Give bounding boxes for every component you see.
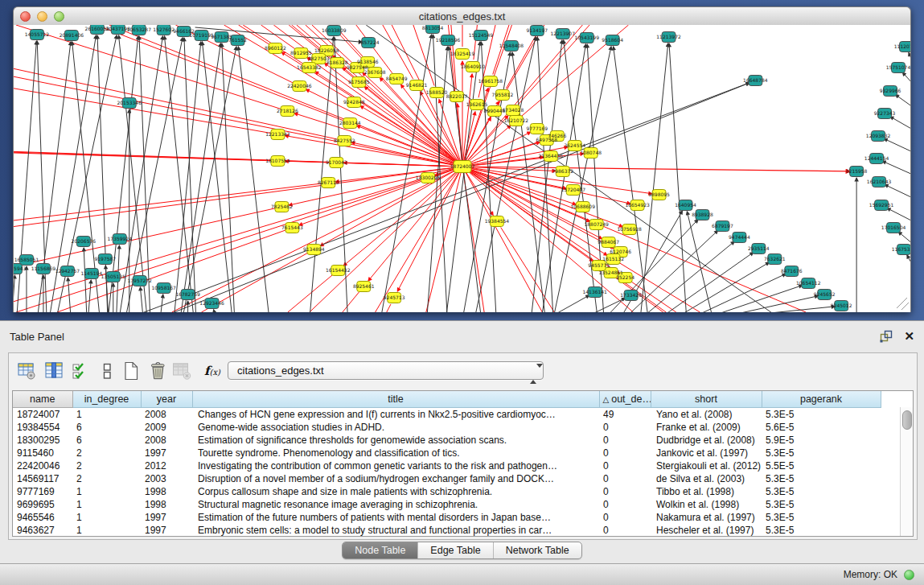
cell-pagerank[interactable]: 5.3E-5 [762,511,881,524]
network-canvas[interactable]: 1405571220891406261600552043719810653287… [13,25,911,312]
select-columns-button[interactable] [70,360,92,382]
close-panel-icon[interactable]: ✕ [904,330,914,343]
citation-network-graph[interactable]: 1405571220891406261600552043719810653287… [14,25,910,312]
cell-short[interactable]: Wolkin et al. (1998) [651,498,762,511]
column-header-year[interactable]: year [141,391,192,407]
table-selector-dropdown[interactable]: citations_edges.txt [228,361,544,380]
cell-title[interactable]: Investigating the contribution of common… [192,459,599,472]
tab-node-table[interactable]: Node Table [343,542,417,558]
column-header-short[interactable]: short [651,391,762,407]
table-row[interactable]: 946554611997Estimation of the future num… [13,511,913,524]
column-header-pagerank[interactable]: pagerank [762,391,881,407]
cell-year[interactable]: 2008 [141,434,192,447]
table-row[interactable]: 977716911998Corpus callosum shape and si… [13,485,913,498]
create-column-button[interactable] [120,360,142,382]
delete-table-button[interactable] [170,360,193,382]
cell-name[interactable]: 9699695 [13,498,72,511]
cell-out_degree[interactable]: 0 [599,524,651,537]
cell-title[interactable]: Genome-wide association studies in ADHD. [192,421,599,434]
cell-in_degree[interactable]: 6 [72,421,141,434]
cell-name[interactable]: 18724007 [13,407,72,421]
cell-year[interactable]: 1997 [141,511,192,524]
cell-short[interactable]: Nakamura et al. (1997) [651,511,762,524]
cell-in_degree[interactable]: 1 [72,485,141,498]
vertical-scrollbar[interactable] [900,407,913,536]
cell-pagerank[interactable]: 5.5E-5 [762,459,881,472]
table-row[interactable]: 1938455462009Genome-wide association stu… [13,421,913,434]
column-header-title[interactable]: title [192,391,599,407]
cell-name[interactable]: 9777169 [13,485,72,498]
cell-title[interactable]: Changes of HCN gene expression and I(f) … [192,407,599,421]
cell-pagerank[interactable]: 5.3E-5 [762,447,881,459]
cell-pagerank[interactable]: 5.3E-5 [762,498,881,511]
cell-name[interactable]: 9465546 [13,511,72,524]
cell-year[interactable]: 1998 [141,485,192,498]
cell-out_degree[interactable]: 0 [599,459,651,472]
delete-column-button[interactable] [146,360,169,382]
cell-short[interactable]: de Silva et al. (2003) [651,472,762,485]
table-row[interactable]: 1830029562008Estimation of significance … [13,434,913,447]
cell-name[interactable]: 9463627 [13,524,72,537]
cell-name[interactable]: 19384554 [13,421,72,434]
cell-out_degree[interactable]: 0 [599,498,651,511]
cell-short[interactable]: Dudbridge et al. (2008) [651,434,762,447]
table-row[interactable]: 1456911722003Disruption of a novel membe… [13,472,913,485]
cell-title[interactable]: Estimation of significance thresholds fo… [192,434,599,447]
column-header-out_degree[interactable]: △out_de… [599,391,651,407]
cell-short[interactable]: Tibbo et al. (1998) [651,485,762,498]
cell-in_degree[interactable]: 2 [72,472,141,485]
table-row[interactable]: 969969511998Structural magnetic resonanc… [13,498,913,511]
cell-year[interactable]: 2008 [141,407,192,421]
cell-pagerank[interactable]: 5.3E-5 [762,485,881,498]
cell-year[interactable]: 2012 [141,459,192,472]
cell-name[interactable]: 14569117 [13,472,72,485]
cell-out_degree[interactable]: 49 [599,407,651,421]
cell-title[interactable]: Structural magnetic resonance image aver… [192,498,599,511]
row-options-button[interactable] [96,360,118,382]
cell-out_degree[interactable]: 0 [599,447,651,459]
cell-name[interactable]: 18300295 [13,434,72,447]
tab-network-table[interactable]: Network Table [493,542,581,558]
cell-out_degree[interactable]: 0 [599,434,651,447]
cell-pagerank[interactable]: 5.9E-5 [762,434,881,447]
cell-year[interactable]: 2009 [141,421,192,434]
cell-short[interactable]: Jankovic et al. (1997) [651,447,762,459]
column-header-name[interactable]: name [13,391,72,407]
column-header-in_degree[interactable]: in_degree [72,391,141,407]
cell-in_degree[interactable]: 2 [72,447,141,459]
cell-title[interactable]: Disruption of a novel member of a sodium… [192,472,599,485]
float-window-icon[interactable] [880,330,893,343]
table-mode-button[interactable] [15,360,38,382]
table-row[interactable]: 946362711997Embryonic stem cells: a mode… [13,524,913,537]
cell-out_degree[interactable]: 0 [599,485,651,498]
show-column-button[interactable] [43,360,65,382]
cell-title[interactable]: Embryonic stem cells: a model to study s… [192,524,599,537]
network-window-titlebar[interactable]: citations_edges.txt [13,6,911,27]
cell-title[interactable]: Corpus callosum shape and size in male p… [192,485,599,498]
cell-in_degree[interactable]: 1 [72,407,141,421]
cell-name[interactable]: 9115460 [13,447,72,459]
cell-pagerank[interactable]: 5.3E-5 [762,472,881,485]
cell-year[interactable]: 1998 [141,498,192,511]
cell-pagerank[interactable]: 5.6E-5 [762,421,881,434]
cell-short[interactable]: Franke et al. (2009) [651,421,762,434]
table-row[interactable]: 911546021997Tourette syndrome. Phenomeno… [13,447,913,459]
cell-year[interactable]: 1997 [141,447,192,459]
cell-name[interactable]: 22420046 [13,459,72,472]
cell-out_degree[interactable]: 0 [599,421,651,434]
cell-in_degree[interactable]: 6 [72,434,141,447]
cell-out_degree[interactable]: 0 [599,511,651,524]
cell-in_degree[interactable]: 1 [72,511,141,524]
scrollbar-thumb[interactable] [902,410,912,430]
cell-short[interactable]: Stergiakouli et al. (2012) [651,459,762,472]
cell-out_degree[interactable]: 0 [599,472,651,485]
function-builder-button[interactable]: f(x) [199,360,226,382]
table-row[interactable]: 2242004622012Investigating the contribut… [13,459,913,472]
cell-pagerank[interactable]: 5.3E-5 [762,407,881,421]
table-row[interactable]: 1872400712008Changes of HCN gene express… [13,407,913,421]
cell-title[interactable]: Tourette syndrome. Phenomenology and cla… [192,447,599,459]
tab-edge-table[interactable]: Edge Table [417,542,492,558]
cell-year[interactable]: 2003 [141,472,192,485]
cell-title[interactable]: Estimation of the future numbers of pati… [192,511,599,524]
cell-in_degree[interactable]: 1 [72,524,141,537]
